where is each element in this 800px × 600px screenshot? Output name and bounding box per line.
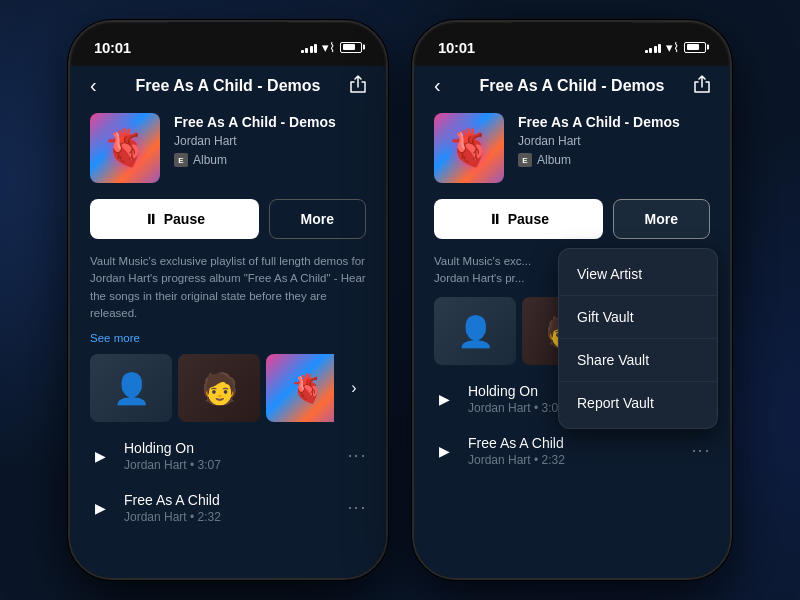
explicit-badge-right: E [518,153,532,167]
carousel-chevron-left[interactable]: › [342,379,366,397]
signal-bar-3 [310,46,313,53]
track-info-0-left: Holding On Jordan Hart • 3:07 [124,440,333,472]
play-icon-0-right[interactable]: ▶ [434,391,454,407]
pause-label-left: Pause [164,211,205,227]
carousel-images-left: 👤 🧑 🫀 [90,354,334,422]
status-time-right: 10:01 [438,39,475,56]
dropdown-view-artist[interactable]: View Artist [559,253,717,296]
signal-bar-1 [301,50,304,53]
pause-icon-left: ⏸ [144,211,158,227]
action-buttons-left: ⏸ Pause More [70,193,386,245]
nav-title-left: Free As A Child - Demos [120,77,336,95]
album-artist-left: Jordan Hart [174,134,366,148]
album-art-right: 🫀 [434,113,504,183]
notch-left [168,22,288,50]
track-info-1-left: Free As A Child Jordan Hart • 2:32 [124,492,333,524]
track-dots-1-right[interactable]: ⋮ [690,442,712,461]
dropdown-share-vault[interactable]: Share Vault [559,339,717,382]
track-meta-1-left: Jordan Hart • 2:32 [124,510,333,524]
play-icon-0-left[interactable]: ▶ [90,448,110,464]
back-button-left[interactable]: ‹ [90,74,120,97]
dropdown-report-vault[interactable]: Report Vault [559,382,717,424]
album-title-left: Free As A Child - Demos [174,113,366,131]
phone-content-left: ‹ Free As A Child - Demos 🫀 Free As A Ch… [70,66,386,578]
action-buttons-right: ⏸ Pause More [414,193,730,245]
album-info-left: 🫀 Free As A Child - Demos Jordan Hart E … [70,103,386,193]
track-item-1-left: ▶ Free As A Child Jordan Hart • 2:32 ⋮ [70,482,386,534]
back-button-right[interactable]: ‹ [434,74,464,97]
track-info-1-right: Free As A Child Jordan Hart • 2:32 [468,435,677,467]
battery-fill-left [343,44,356,50]
track-dots-0-left[interactable]: ⋮ [346,447,368,466]
nav-bar-left: ‹ Free As A Child - Demos [70,66,386,103]
battery-icon-left [340,42,362,53]
status-icons-right: ▾⌇ [645,40,707,55]
notch-right [512,22,632,50]
status-time-left: 10:01 [94,39,131,56]
status-icons-left: ▾⌇ [301,40,363,55]
album-type-label-right: Album [537,153,571,167]
signal-bar-r3 [654,46,657,53]
album-type-right: E Album [518,153,710,167]
carousel-img-1-left: 👤 [90,354,172,422]
share-button-right[interactable] [680,75,710,97]
play-icon-1-left[interactable]: ▶ [90,500,110,516]
battery-fill-right [687,44,700,50]
track-meta-1-right: Jordan Hart • 2:32 [468,453,677,467]
album-art-left: 🫀 [90,113,160,183]
album-info-right: 🫀 Free As A Child - Demos Jordan Hart E … [414,103,730,193]
track-name-1-left: Free As A Child [124,492,333,508]
track-name-0-left: Holding On [124,440,333,456]
see-more-left[interactable]: See more [70,330,386,350]
signal-bar-r1 [645,50,648,53]
track-item-1-right: ▶ Free As A Child Jordan Hart • 2:32 ⋮ [414,425,730,477]
carousel-img-2-left: 🧑 [178,354,260,422]
share-button-left[interactable] [336,75,366,97]
pause-button-left[interactable]: ⏸ Pause [90,199,259,239]
pause-icon-right: ⏸ [488,211,502,227]
signal-bar-r2 [649,48,652,53]
track-meta-0-left: Jordan Hart • 3:07 [124,458,333,472]
phone-content-right: ‹ Free As A Child - Demos 🫀 Free As A Ch… [414,66,730,578]
signal-bars-left [301,42,318,53]
phone-left: 10:01 ▾⌇ ‹ Free As A Child - Demos [68,20,388,580]
album-artist-right: Jordan Hart [518,134,710,148]
signal-bar-r4 [658,44,661,53]
explicit-badge-left: E [174,153,188,167]
pause-label-right: Pause [508,211,549,227]
album-details-left: Free As A Child - Demos Jordan Hart E Al… [174,113,366,167]
carousel-img-1-right: 👤 [434,297,516,365]
battery-icon-right [684,42,706,53]
nav-title-right: Free As A Child - Demos [464,77,680,95]
dropdown-gift-vault[interactable]: Gift Vault [559,296,717,339]
track-dots-1-left[interactable]: ⋮ [346,499,368,518]
pause-button-right[interactable]: ⏸ Pause [434,199,603,239]
signal-bar-4 [314,44,317,53]
track-name-1-right: Free As A Child [468,435,677,451]
track-list-left: ▶ Holding On Jordan Hart • 3:07 ⋮ ▶ [70,426,386,578]
album-type-label-left: Album [193,153,227,167]
more-button-right[interactable]: More [613,199,710,239]
carousel-img-3-left: 🫀 [266,354,334,422]
signal-bars-right [645,42,662,53]
wifi-icon-right: ▾⌇ [666,40,679,55]
wifi-icon-left: ▾⌇ [322,40,335,55]
dropdown-menu[interactable]: View Artist Gift Vault Share Vault Repor… [558,248,718,429]
play-icon-1-right[interactable]: ▶ [434,443,454,459]
album-title-right: Free As A Child - Demos [518,113,710,131]
album-type-left: E Album [174,153,366,167]
phones-container: 10:01 ▾⌇ ‹ Free As A Child - Demos [68,20,732,580]
nav-bar-right: ‹ Free As A Child - Demos [414,66,730,103]
signal-bar-2 [305,48,308,53]
album-details-right: Free As A Child - Demos Jordan Hart E Al… [518,113,710,167]
carousel-left: 👤 🧑 🫀 › [70,350,386,426]
description-left: Vault Music's exclusive playlist of full… [70,245,386,330]
phone-right: 10:01 ▾⌇ ‹ Free As A Child - Demos [412,20,732,580]
more-button-left[interactable]: More [269,199,366,239]
track-item-0-left: ▶ Holding On Jordan Hart • 3:07 ⋮ [70,430,386,482]
